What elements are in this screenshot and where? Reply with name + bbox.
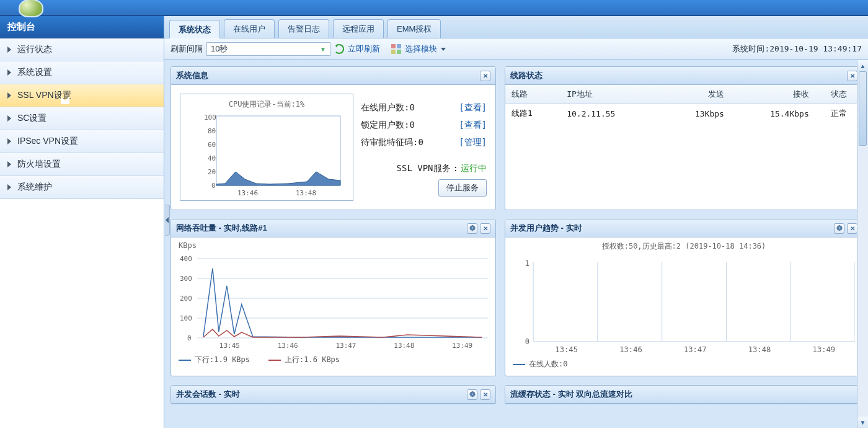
- table-row[interactable]: 线路110.2.11.5513Kbps15.4Kbps正常: [505, 104, 862, 123]
- sidebar-item-5[interactable]: 防火墙设置: [0, 153, 164, 176]
- gear-icon[interactable]: [834, 223, 844, 234]
- svg-text:0: 0: [525, 337, 529, 346]
- chevron-right-icon: [7, 115, 11, 122]
- sidebar-collapse-handle[interactable]: [165, 205, 170, 236]
- sidebar-item-1[interactable]: 系统设置: [0, 61, 164, 84]
- cpu-chart-title: CPU使用记录-当前:1%: [187, 99, 347, 110]
- svg-text:13:47: 13:47: [684, 345, 707, 353]
- svg-text:80: 80: [208, 127, 216, 135]
- sidebar-item-6[interactable]: 系统维护: [0, 176, 164, 199]
- svg-text:13:46: 13:46: [278, 342, 298, 349]
- sidebar-item-4[interactable]: IPSec VPN设置: [0, 130, 164, 153]
- col-header: 接收: [730, 85, 815, 104]
- sidebar-item-label: 系统设置: [17, 67, 52, 78]
- tab-3[interactable]: 远程应用: [333, 19, 384, 38]
- gear-icon[interactable]: [467, 389, 477, 400]
- sidebar-item-3[interactable]: SC设置: [0, 107, 164, 130]
- chevron-right-icon: [7, 69, 11, 76]
- svg-text:300: 300: [180, 275, 192, 283]
- col-header: IP地址: [560, 85, 662, 104]
- legend-up: 上行:1.6 KBps: [268, 355, 340, 365]
- svg-text:13:49: 13:49: [813, 345, 836, 353]
- chevron-down-icon: ▼: [320, 46, 326, 53]
- svg-text:13:45: 13:45: [219, 342, 240, 349]
- legend-online: 在线人数:0: [513, 359, 567, 370]
- view-online-users-link[interactable]: 查看: [459, 102, 487, 113]
- close-icon[interactable]: [480, 223, 490, 234]
- panel-concurrent-sessions: 并发会话数 - 实时: [170, 385, 496, 404]
- stop-service-button[interactable]: 停止服务: [438, 179, 487, 197]
- line-status-table: 线路IP地址发送接收状态 线路110.2.11.5513Kbps15.4Kbps…: [505, 85, 862, 123]
- svg-text:13:46: 13:46: [237, 189, 258, 197]
- concurrency-subtitle: 授权数:50,历史最高:2 (2019-10-18 14:36): [513, 241, 855, 252]
- panel-title: 并发用户趋势 - 实时: [510, 223, 582, 234]
- panel-title: 网络吞吐量 - 实时,线路#1: [176, 223, 267, 234]
- select-modules-link[interactable]: 选择模块: [405, 43, 437, 55]
- sidebar-title: 控制台: [0, 16, 164, 38]
- sidebar-item-label: 系统维护: [17, 182, 52, 193]
- refresh-icon: [334, 44, 344, 54]
- svg-text:13:48: 13:48: [748, 345, 771, 353]
- col-header: 发送: [662, 85, 730, 104]
- tab-strip: 系统状态在线用户告警日志远程应用EMM授权: [164, 16, 868, 38]
- svg-text:13:45: 13:45: [555, 345, 578, 353]
- panel-title: 线路状态: [510, 70, 542, 81]
- panel-line-status: 线路状态 线路IP地址发送接收状态 线路110.2.11.5513Kbps15.…: [505, 66, 863, 210]
- panel-flowcache: 流缓存状态 - 实时 双向总流速对比: [505, 385, 863, 404]
- svg-text:13:47: 13:47: [335, 342, 356, 349]
- toolbar: 刷新间隔 10秒 ▼ 立即刷新 选择模块 系统时间:2019-10-19 13:…: [164, 38, 868, 60]
- throughput-unit: KBps: [179, 241, 488, 250]
- chevron-right-icon: [7, 161, 11, 167]
- sidebar-item-label: 运行状态: [17, 44, 52, 55]
- svg-text:13:48: 13:48: [296, 189, 316, 197]
- svg-text:400: 400: [180, 255, 192, 263]
- svg-text:13:46: 13:46: [619, 345, 642, 353]
- panel-title: 系统信息: [176, 70, 208, 81]
- svg-text:200: 200: [180, 294, 192, 303]
- tab-4[interactable]: EMM授权: [388, 19, 441, 38]
- sidebar-item-2[interactable]: SSL VPN设置: [0, 84, 164, 107]
- close-icon[interactable]: [480, 71, 490, 81]
- chevron-right-icon: [7, 46, 11, 53]
- scroll-up-arrow[interactable]: ▲: [857, 60, 868, 71]
- close-icon[interactable]: [847, 223, 857, 234]
- svg-text:1: 1: [525, 259, 529, 268]
- chevron-right-icon: [7, 184, 11, 190]
- svg-text:13:48: 13:48: [394, 342, 414, 349]
- col-header: 状态: [815, 85, 862, 104]
- view-locked-users-link[interactable]: 查看: [459, 120, 487, 131]
- sidebar-item-0[interactable]: 运行状态: [0, 38, 164, 61]
- svg-text:100: 100: [204, 113, 216, 122]
- legend-down: 下行:1.9 KBps: [179, 355, 250, 365]
- scroll-down-arrow[interactable]: ▼: [857, 417, 868, 428]
- refresh-now-link[interactable]: 立即刷新: [348, 43, 380, 55]
- tab-2[interactable]: 告警日志: [278, 19, 329, 38]
- sidebar: 控制台 运行状态系统设置SSL VPN设置SC设置IPSec VPN设置防火墙设…: [0, 16, 164, 428]
- system-time: 系统时间:2019-10-19 13:49:17: [732, 43, 862, 55]
- close-icon[interactable]: [847, 71, 857, 81]
- col-header: 线路: [505, 85, 560, 104]
- content-area: 系统状态在线用户告警日志远程应用EMM授权 刷新间隔 10秒 ▼ 立即刷新 选择…: [164, 16, 868, 428]
- gear-icon[interactable]: [467, 223, 477, 234]
- refresh-interval-select[interactable]: 10秒 ▼: [206, 42, 330, 56]
- manage-pending-codes-link[interactable]: 管理: [459, 137, 487, 148]
- tab-1[interactable]: 在线用户: [224, 19, 275, 38]
- svg-text:60: 60: [208, 141, 216, 149]
- sysinfo-stats: 在线用户数:0 查看 锁定用户数:0 查看 待审批特征码:0 管理: [361, 94, 487, 201]
- panel-throughput: 网络吞吐量 - 实时,线路#1 KBps 400 300 200: [170, 219, 496, 376]
- close-icon[interactable]: [480, 389, 490, 400]
- chevron-down-icon: [441, 48, 446, 51]
- topbar: [0, 0, 868, 16]
- vertical-scrollbar[interactable]: ▲ ▼: [857, 60, 868, 428]
- concurrency-chart: 1 0: [513, 254, 855, 353]
- svg-text:0: 0: [211, 182, 216, 190]
- panel-title: 流缓存状态 - 实时 双向总流速对比: [510, 389, 632, 400]
- chevron-right-icon: [7, 92, 11, 99]
- tab-0[interactable]: 系统状态: [169, 20, 220, 38]
- scrollbar-thumb[interactable]: [859, 71, 867, 146]
- svg-text:0: 0: [187, 334, 192, 342]
- refresh-interval-value: 10秒: [211, 43, 228, 55]
- panels-container: 系统信息 CPU使用记录-当前:1% 100: [164, 60, 868, 428]
- refresh-interval-label: 刷新间隔: [170, 43, 203, 55]
- sidebar-item-label: 防火墙设置: [17, 159, 61, 170]
